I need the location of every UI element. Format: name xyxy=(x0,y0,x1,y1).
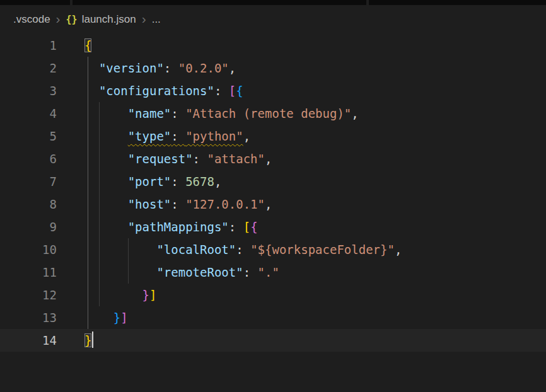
code-token: "host" xyxy=(128,197,171,211)
code-token xyxy=(84,265,156,279)
code-line[interactable]: 9 "pathMappings": [{ xyxy=(0,216,546,238)
code-line[interactable]: 11 "remoteRoot": "." xyxy=(0,261,546,284)
code-token: { xyxy=(236,84,243,98)
code-token: "configurations" xyxy=(99,84,214,98)
code-line[interactable]: 6 "request": "attach", xyxy=(0,147,546,170)
breadcrumb-symbols[interactable]: ... xyxy=(152,13,161,26)
code-text: "pathMappings": [{ xyxy=(57,216,258,238)
breadcrumb-folder[interactable]: .vscode xyxy=(13,13,50,26)
code-text: "configurations": [{ xyxy=(57,79,243,102)
code-line[interactable]: 7 "port": 5678, xyxy=(0,170,546,193)
code-token: "port" xyxy=(128,175,171,188)
code-token: ] xyxy=(149,288,156,302)
tab-divider xyxy=(366,0,369,5)
text-cursor xyxy=(92,331,93,348)
code-line[interactable]: 10 "localRoot": "${workspaceFolder}", xyxy=(0,238,546,261)
warning-squiggle-token: : xyxy=(171,129,185,143)
code-text: "name": "Attach (remote debug)", xyxy=(57,102,359,125)
code-token: : xyxy=(229,220,243,234)
tab-bar-edge xyxy=(0,0,546,5)
code-token: ] xyxy=(120,311,127,325)
code-token: "0.2.0" xyxy=(178,61,229,75)
code-token: { xyxy=(250,220,257,234)
code-token: : xyxy=(243,265,258,279)
code-token: { xyxy=(84,38,91,52)
code-line[interactable]: 3 "configurations": [{ xyxy=(0,79,546,102)
code-text: "remoteRoot": "." xyxy=(57,261,279,284)
code-token: , xyxy=(214,175,221,188)
code-text: }] xyxy=(57,284,156,306)
code-token xyxy=(84,61,99,75)
code-token: "127.0.0.1" xyxy=(185,197,265,211)
line-number[interactable]: 8 xyxy=(0,193,57,216)
code-token: [ xyxy=(229,84,236,98)
code-token xyxy=(84,311,113,325)
code-token: } xyxy=(113,311,120,325)
code-line[interactable]: 8 "host": "127.0.0.1", xyxy=(0,193,546,216)
code-line[interactable]: 13 }] xyxy=(0,306,546,329)
line-number[interactable]: 7 xyxy=(0,170,57,193)
code-line[interactable]: 4 "name": "Attach (remote debug)", xyxy=(0,102,546,125)
code-line[interactable]: 5 "type": "python", xyxy=(0,125,546,147)
code-token: , xyxy=(395,243,402,257)
code-text: "localRoot": "${workspaceFolder}", xyxy=(57,238,402,261)
code-text: }] xyxy=(57,306,128,329)
code-line[interactable]: 14} xyxy=(0,329,546,352)
code-text: { xyxy=(57,34,91,57)
line-number[interactable]: 10 xyxy=(0,238,57,261)
code-text: "type": "python", xyxy=(57,125,250,147)
code-token: , xyxy=(229,61,236,75)
warning-squiggle-token: "type" xyxy=(128,129,171,143)
code-token: , xyxy=(243,129,250,143)
editor[interactable]: 1{2 "version": "0.2.0",3 "configurations… xyxy=(0,34,546,352)
warning-squiggle-token: "python" xyxy=(185,129,243,143)
code-text: "host": "127.0.0.1", xyxy=(57,193,272,216)
code-token: 5678 xyxy=(185,175,214,188)
code-line[interactable]: 2 "version": "0.2.0", xyxy=(0,57,546,79)
code-token: "name" xyxy=(128,107,171,120)
vscode-editor-window: .vscode › {} launch.json › ... 1{2 "vers… xyxy=(0,0,546,392)
code-token: } xyxy=(84,333,91,347)
line-number[interactable]: 2 xyxy=(0,57,57,79)
code-token: : xyxy=(171,197,185,211)
code-text: "version": "0.2.0", xyxy=(57,57,236,79)
chevron-right-icon: › xyxy=(56,12,61,25)
code-token xyxy=(84,220,128,234)
code-token: "pathMappings" xyxy=(128,220,229,234)
line-number[interactable]: 3 xyxy=(0,79,57,102)
code-token: "${workspaceFolder}" xyxy=(250,243,395,257)
line-number[interactable]: 14 xyxy=(0,329,57,352)
line-number[interactable]: 4 xyxy=(0,102,57,125)
code-token xyxy=(84,288,142,302)
code-token: "Attach (remote debug)" xyxy=(185,107,351,120)
code-token: : xyxy=(193,152,207,166)
code-line[interactable]: 1{ xyxy=(0,34,546,57)
code-token: , xyxy=(265,197,272,211)
line-number[interactable]: 13 xyxy=(0,306,57,329)
code-token xyxy=(84,175,128,188)
code-token: } xyxy=(142,288,149,302)
line-number[interactable]: 1 xyxy=(0,34,57,57)
line-number[interactable]: 11 xyxy=(0,261,57,284)
code-lines: 1{2 "version": "0.2.0",3 "configurations… xyxy=(0,34,546,352)
chevron-right-icon: › xyxy=(142,12,146,25)
line-number[interactable]: 6 xyxy=(0,147,57,170)
code-token: : xyxy=(236,243,250,257)
code-token: : xyxy=(171,107,185,120)
line-number[interactable]: 5 xyxy=(0,125,57,147)
code-token: "attach" xyxy=(207,152,265,166)
code-token: : xyxy=(171,175,185,188)
code-line[interactable]: 12 }] xyxy=(0,284,546,306)
code-token xyxy=(84,197,128,211)
code-token: : xyxy=(164,61,178,75)
breadcrumb: .vscode › {} launch.json › ... xyxy=(0,5,546,34)
code-token xyxy=(84,152,128,166)
code-token xyxy=(84,107,128,120)
breadcrumb-file[interactable]: launch.json xyxy=(82,13,136,26)
line-number[interactable]: 12 xyxy=(0,284,57,306)
code-token: , xyxy=(265,152,272,166)
tab-divider xyxy=(70,0,73,5)
line-number[interactable]: 9 xyxy=(0,216,57,238)
code-text: "port": 5678, xyxy=(57,170,221,193)
code-token xyxy=(84,129,128,143)
